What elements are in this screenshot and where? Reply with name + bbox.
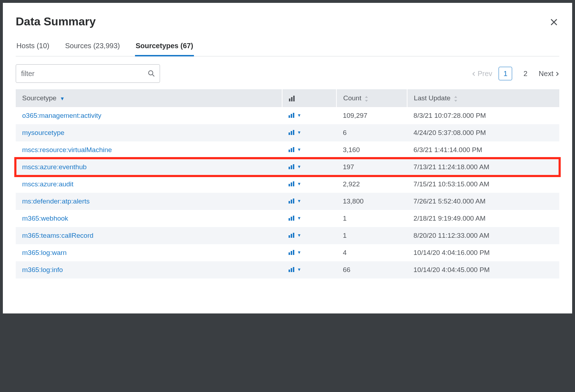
last-update-cell: 7/13/21 11:24:18.000 AM bbox=[407, 159, 559, 176]
svg-rect-2 bbox=[291, 97, 292, 101]
svg-rect-18 bbox=[293, 181, 294, 186]
sort-icon bbox=[454, 96, 458, 101]
count-cell: 13,800 bbox=[336, 193, 407, 210]
last-update-cell: 8/20/20 11:12:33.000 AM bbox=[407, 227, 559, 244]
modal-header: Data Summary bbox=[16, 15, 559, 28]
tab-hosts[interactable]: Hosts (10) bbox=[16, 38, 50, 56]
svg-rect-32 bbox=[291, 268, 292, 272]
count-cell: 1 bbox=[336, 210, 407, 227]
data-summary-modal: Data Summary Hosts (10) Sources (23,993)… bbox=[3, 3, 572, 313]
close-icon[interactable] bbox=[549, 15, 559, 28]
table-row: m365:log:warn▼410/14/20 4:04:16.000 PM bbox=[16, 244, 559, 261]
svg-rect-3 bbox=[293, 96, 295, 101]
svg-rect-7 bbox=[289, 132, 290, 135]
chevron-down-icon: ▼ bbox=[297, 250, 301, 255]
column-header-sourcetype[interactable]: Sourcetype ▼ bbox=[16, 89, 282, 107]
chart-action-icon[interactable]: ▼ bbox=[289, 130, 301, 135]
chart-action-icon[interactable]: ▼ bbox=[289, 113, 301, 118]
svg-rect-13 bbox=[289, 167, 290, 169]
last-update-cell: 7/26/21 5:52:40.000 AM bbox=[407, 193, 559, 210]
sourcetype-link[interactable]: m365:log:warn bbox=[22, 249, 67, 256]
svg-rect-24 bbox=[293, 216, 294, 221]
last-update-cell: 7/15/21 10:53:15.000 AM bbox=[407, 176, 559, 193]
svg-rect-28 bbox=[289, 252, 290, 255]
chevron-down-icon: ▼ bbox=[297, 164, 301, 169]
chevron-down-icon: ▼ bbox=[297, 198, 301, 203]
sourcetype-link[interactable]: o365:management:activity bbox=[22, 112, 101, 119]
sourcetype-link[interactable]: mscs:resource:virtualMachine bbox=[22, 146, 112, 154]
table-row: m365:teams:callRecord▼18/20/20 11:12:33.… bbox=[16, 227, 559, 244]
pagination-page-1[interactable]: 1 bbox=[499, 67, 512, 80]
sourcetype-link[interactable]: mscs:azure:audit bbox=[22, 180, 74, 188]
table-row: m365:webhook▼12/18/21 9:19:49.000 AM bbox=[16, 210, 559, 227]
count-cell: 3,160 bbox=[336, 141, 407, 159]
sourcetype-link[interactable]: ms:defender:atp:alerts bbox=[22, 197, 90, 205]
column-header-chart[interactable] bbox=[282, 89, 336, 107]
pagination-prev-label: Prev bbox=[478, 70, 492, 77]
pagination-page-2[interactable]: 2 bbox=[519, 67, 532, 80]
chart-action-icon[interactable]: ▼ bbox=[289, 267, 301, 272]
search-icon[interactable] bbox=[148, 70, 155, 77]
svg-rect-29 bbox=[291, 251, 292, 255]
chevron-down-icon: ▼ bbox=[297, 181, 301, 186]
chart-action-icon[interactable]: ▼ bbox=[289, 216, 301, 221]
filter-wrap bbox=[16, 64, 160, 83]
column-header-count[interactable]: Count bbox=[336, 89, 407, 107]
svg-rect-12 bbox=[293, 147, 294, 152]
svg-rect-1 bbox=[289, 99, 290, 101]
sourcetype-link[interactable]: mysourcetype bbox=[22, 129, 64, 136]
pagination: Prev 1 2 Next bbox=[472, 67, 559, 80]
sourcetype-link[interactable]: mscs:azure:eventhub bbox=[22, 163, 87, 171]
table-row: mscs:azure:eventhub▼1977/13/21 11:24:18.… bbox=[16, 159, 559, 176]
table-row: mscs:resource:virtualMachine▼3,1606/3/21… bbox=[16, 141, 559, 159]
table-row: m365:log:info▼6610/14/20 4:04:45.000 PM bbox=[16, 261, 559, 278]
chevron-down-icon: ▼ bbox=[297, 216, 301, 221]
svg-rect-33 bbox=[293, 267, 294, 272]
tab-sources[interactable]: Sources (23,993) bbox=[64, 38, 120, 56]
sourcetype-link[interactable]: m365:log:info bbox=[22, 266, 63, 273]
sourcetype-link[interactable]: m365:teams:callRecord bbox=[22, 232, 94, 239]
svg-rect-5 bbox=[291, 114, 292, 118]
chevron-down-icon: ▼ bbox=[297, 113, 301, 118]
svg-rect-25 bbox=[289, 235, 290, 238]
pagination-next[interactable]: Next bbox=[539, 70, 559, 78]
bar-chart-icon bbox=[289, 94, 295, 102]
count-cell: 4 bbox=[336, 244, 407, 261]
count-cell: 6 bbox=[336, 124, 407, 141]
svg-rect-26 bbox=[291, 234, 292, 238]
chevron-down-icon: ▼ bbox=[297, 267, 301, 272]
svg-rect-22 bbox=[289, 218, 290, 221]
last-update-cell: 2/18/21 9:19:49.000 AM bbox=[407, 210, 559, 227]
svg-rect-31 bbox=[289, 270, 290, 272]
svg-rect-8 bbox=[291, 131, 292, 135]
tab-sourcetypes[interactable]: Sourcetypes (67) bbox=[135, 38, 194, 56]
sourcetypes-table: Sourcetype ▼ Count Last Update bbox=[16, 89, 559, 278]
column-header-count-label: Count bbox=[343, 94, 361, 102]
chart-action-icon[interactable]: ▼ bbox=[289, 147, 301, 152]
count-cell: 2,922 bbox=[336, 176, 407, 193]
table-row: mscs:azure:audit▼2,9227/15/21 10:53:15.0… bbox=[16, 176, 559, 193]
count-cell: 66 bbox=[336, 261, 407, 278]
sourcetype-link[interactable]: m365:webhook bbox=[22, 215, 68, 222]
svg-rect-17 bbox=[291, 182, 292, 186]
chart-action-icon[interactable]: ▼ bbox=[289, 164, 301, 169]
pagination-next-label: Next bbox=[539, 70, 553, 77]
table-row: o365:management:activity▼109,2978/3/21 1… bbox=[16, 107, 559, 124]
column-header-last-update[interactable]: Last Update bbox=[407, 89, 559, 107]
chart-action-icon[interactable]: ▼ bbox=[289, 181, 301, 186]
sort-icon bbox=[365, 96, 368, 101]
last-update-cell: 6/3/21 1:41:14.000 PM bbox=[407, 141, 559, 159]
chevron-down-icon: ▼ bbox=[297, 147, 301, 152]
count-cell: 109,297 bbox=[336, 107, 407, 124]
chart-action-icon[interactable]: ▼ bbox=[289, 198, 301, 203]
column-header-sourcetype-label: Sourcetype bbox=[22, 94, 56, 102]
chart-action-icon[interactable]: ▼ bbox=[289, 233, 301, 238]
last-update-cell: 10/14/20 4:04:16.000 PM bbox=[407, 244, 559, 261]
sort-desc-icon: ▼ bbox=[60, 96, 65, 101]
chart-action-icon[interactable]: ▼ bbox=[289, 250, 301, 255]
last-update-cell: 10/14/20 4:04:45.000 PM bbox=[407, 261, 559, 278]
svg-rect-10 bbox=[289, 150, 290, 152]
last-update-cell: 4/24/20 5:37:08.000 PM bbox=[407, 124, 559, 141]
column-header-last-update-label: Last Update bbox=[414, 94, 450, 102]
filter-input[interactable] bbox=[16, 64, 160, 83]
